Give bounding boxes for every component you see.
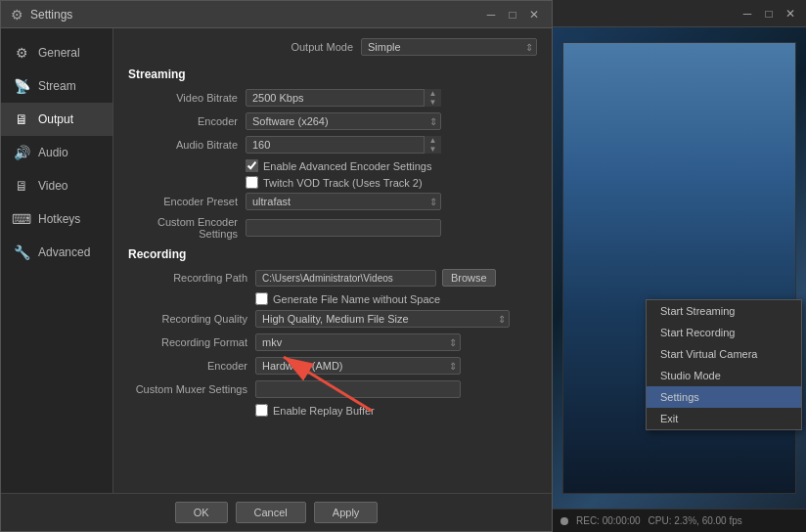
menu-item-studio-mode[interactable]: Studio Mode xyxy=(647,365,801,386)
context-menu: Start Streaming Start Recording Start Vi… xyxy=(646,299,802,430)
obs-max-button[interactable]: □ xyxy=(759,4,779,23)
output-mode-label: Output Mode xyxy=(291,41,353,53)
custom-muxer-row: Custom Muxer Settings xyxy=(128,380,537,398)
menu-item-exit[interactable]: Exit xyxy=(647,408,801,429)
advanced-icon: 🔧 xyxy=(13,244,30,261)
encoder-preset-select[interactable]: ultrafast superfast veryfast faster fast… xyxy=(246,193,441,210)
output-mode-wrapper: Simple Advanced xyxy=(361,38,537,56)
encoder-row: Encoder Software (x264) Hardware (AMD) xyxy=(128,112,537,130)
encoder-select[interactable]: Software (x264) Hardware (AMD) xyxy=(246,112,441,130)
rec-indicator xyxy=(560,517,568,525)
general-icon: ⚙ xyxy=(13,44,30,62)
generate-filename-checkbox-row: Generate File Name without Space xyxy=(255,292,537,305)
apply-button[interactable]: Apply xyxy=(314,502,379,523)
menu-item-settings[interactable]: Settings xyxy=(647,386,801,408)
bottom-bar: OK Cancel Apply xyxy=(1,493,552,531)
maximize-button[interactable]: □ xyxy=(503,5,522,24)
cancel-button[interactable]: Cancel xyxy=(236,502,306,523)
status-bar: REC: 00:00:00 CPU: 2.3%, 60.00 fps xyxy=(553,509,806,532)
settings-icon: ⚙ xyxy=(9,7,24,22)
enable-advanced-label: Enable Advanced Encoder Settings xyxy=(263,160,431,172)
title-bar-controls: ─ □ ✕ xyxy=(481,5,544,24)
ok-button[interactable]: OK xyxy=(175,502,228,523)
sidebar-item-stream[interactable]: 📡 Stream xyxy=(1,69,112,103)
settings-window: ⚙ Settings ─ □ ✕ ⚙ General 📡 Stream 🖥 Ou… xyxy=(0,0,553,532)
cpu-status: CPU: 2.3%, 60.00 fps xyxy=(649,515,742,526)
video-bitrate-input[interactable] xyxy=(246,89,441,107)
audio-bitrate-input[interactable] xyxy=(246,136,441,154)
recording-quality-row: Recording Quality High Quality, Medium F… xyxy=(128,310,537,328)
sidebar-label-video: Video xyxy=(38,179,67,193)
browse-button[interactable]: Browse xyxy=(442,269,496,287)
audio-bitrate-spinbox: ▲ ▼ xyxy=(246,136,441,154)
rec-encoder-row: Encoder Hardware (AMD) Software (x264) xyxy=(128,357,537,375)
audio-bitrate-arrows: ▲ ▼ xyxy=(424,136,441,154)
menu-item-start-streaming[interactable]: Start Streaming xyxy=(647,300,801,322)
audio-bitrate-up[interactable]: ▲ xyxy=(425,136,441,145)
custom-encoder-row: Custom Encoder Settings xyxy=(128,216,537,240)
recording-path-input[interactable] xyxy=(255,270,436,287)
video-bitrate-up[interactable]: ▲ xyxy=(425,89,441,98)
video-bitrate-down[interactable]: ▼ xyxy=(425,98,441,107)
recording-quality-label: Recording Quality xyxy=(128,313,255,325)
obs-preview: Start Streaming Start Recording Start Vi… xyxy=(553,27,806,509)
sidebar-label-audio: Audio xyxy=(38,146,68,159)
sidebar-item-output[interactable]: 🖥 Output xyxy=(1,103,112,136)
encoder-preset-row: Encoder Preset ultrafast superfast veryf… xyxy=(128,193,537,210)
enable-advanced-checkbox[interactable] xyxy=(246,159,258,172)
rec-encoder-select[interactable]: Hardware (AMD) Software (x264) xyxy=(255,357,461,375)
audio-bitrate-down[interactable]: ▼ xyxy=(425,145,441,154)
custom-muxer-input[interactable] xyxy=(255,380,461,398)
video-bitrate-row: Video Bitrate ▲ ▼ xyxy=(128,89,537,107)
recording-path-row: Recording Path Browse xyxy=(128,269,537,287)
preview-background xyxy=(553,27,806,509)
sidebar-label-advanced: Advanced xyxy=(38,245,90,259)
encoder-preset-label: Encoder Preset xyxy=(128,196,246,207)
recording-path-label: Recording Path xyxy=(128,272,255,284)
custom-encoder-label: Custom Encoder Settings xyxy=(128,216,246,240)
custom-muxer-label: Custom Muxer Settings xyxy=(128,383,255,395)
video-bitrate-spinbox: ▲ ▼ xyxy=(246,89,441,107)
close-button[interactable]: ✕ xyxy=(524,5,544,24)
window-content: ⚙ General 📡 Stream 🖥 Output 🔊 Audio 🖥 Vi… xyxy=(1,28,552,493)
encoder-label: Encoder xyxy=(128,115,246,127)
sidebar: ⚙ General 📡 Stream 🖥 Output 🔊 Audio 🖥 Vi… xyxy=(1,28,113,493)
minimize-button[interactable]: ─ xyxy=(481,5,501,24)
replay-buffer-row: Enable Replay Buffer xyxy=(255,404,537,417)
menu-item-start-recording[interactable]: Start Recording xyxy=(647,322,801,343)
generate-filename-label: Generate File Name without Space xyxy=(273,293,440,305)
rec-time: REC: 00:00:00 xyxy=(576,515,641,526)
replay-buffer-checkbox[interactable] xyxy=(255,404,268,417)
sidebar-item-hotkeys[interactable]: ⌨ Hotkeys xyxy=(1,202,112,236)
custom-encoder-input[interactable] xyxy=(246,219,441,237)
recording-path-control: Browse xyxy=(255,269,496,287)
recording-quality-wrapper: High Quality, Medium File Size Indisting… xyxy=(255,310,510,328)
rec-encoder-wrapper: Hardware (AMD) Software (x264) xyxy=(255,357,461,375)
recording-format-wrapper: mkv mp4 mov ts xyxy=(255,333,461,351)
title-bar: ⚙ Settings ─ □ ✕ xyxy=(1,1,552,28)
video-icon: 🖥 xyxy=(13,177,30,195)
recording-header: Recording xyxy=(128,247,537,261)
encoder-preset-wrapper: ultrafast superfast veryfast faster fast… xyxy=(246,193,441,210)
recording-format-select[interactable]: mkv mp4 mov ts xyxy=(255,333,461,351)
window-title: Settings xyxy=(30,8,481,22)
sidebar-item-general[interactable]: ⚙ General xyxy=(1,36,112,69)
twitch-vod-checkbox[interactable] xyxy=(246,176,258,189)
audio-icon: 🔊 xyxy=(13,144,30,161)
twitch-vod-row: Twitch VOD Track (Uses Track 2) xyxy=(246,176,537,189)
sidebar-item-video[interactable]: 🖥 Video xyxy=(1,169,112,202)
recording-format-row: Recording Format mkv mp4 mov ts xyxy=(128,333,537,351)
sidebar-label-output: Output xyxy=(38,112,73,126)
obs-main-window: ─ □ ✕ Start Streaming Start Recording St… xyxy=(553,0,806,532)
menu-item-start-virtual-camera[interactable]: Start Virtual Camera xyxy=(647,343,801,365)
obs-min-button[interactable]: ─ xyxy=(738,4,757,23)
sidebar-label-hotkeys: Hotkeys xyxy=(38,212,80,226)
recording-quality-select[interactable]: High Quality, Medium File Size Indisting… xyxy=(255,310,510,328)
sidebar-item-advanced[interactable]: 🔧 Advanced xyxy=(1,236,112,269)
obs-close-button[interactable]: ✕ xyxy=(781,4,800,23)
generate-filename-checkbox[interactable] xyxy=(255,292,268,305)
output-mode-select[interactable]: Simple Advanced xyxy=(361,38,537,56)
twitch-vod-label: Twitch VOD Track (Uses Track 2) xyxy=(263,177,423,189)
sidebar-item-audio[interactable]: 🔊 Audio xyxy=(1,136,112,169)
recording-format-label: Recording Format xyxy=(128,336,255,348)
